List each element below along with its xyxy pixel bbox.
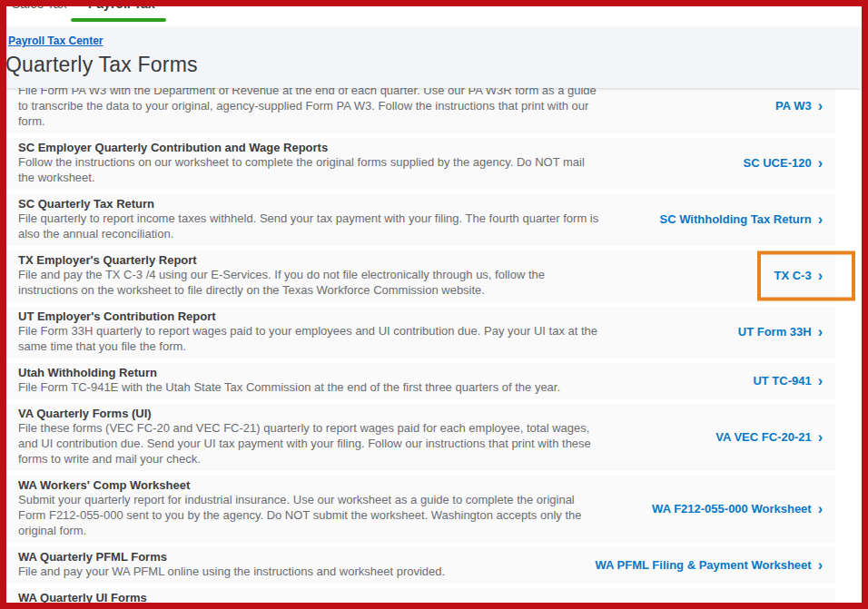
form-title: SC Employer Quarterly Contribution and W… <box>18 141 604 154</box>
quarterly-forms-list: File Form PA W3 with the Department of R… <box>6 80 835 603</box>
form-title: UT Employer's Contribution Report <box>18 309 604 323</box>
breadcrumb: ‹Payroll Tax Center <box>10 34 862 47</box>
form-title: Utah Withholding Return <box>18 366 560 379</box>
page-header: ‹Payroll Tax Center Quarterly Tax Forms <box>6 27 862 88</box>
form-row-ut-33h: UT Employer's Contribution Report File F… <box>6 307 835 359</box>
form-link-label: SC UCE-120 <box>744 156 812 170</box>
form-link-label: TX C-3 <box>774 269 812 282</box>
page-title: Quarterly Tax Forms <box>6 53 862 76</box>
form-title: TX Employer's Quarterly Report <box>18 253 604 267</box>
form-title: WA Quarterly UI Forms <box>18 591 147 603</box>
form-row-va-vec: VA Quarterly Forms (UI) File these forms… <box>6 404 835 471</box>
form-link-label: WA F212-055-000 Worksheet <box>652 502 812 516</box>
form-description: File quarterly to report income taxes wi… <box>18 211 604 241</box>
form-link-wa-pfml-worksheet[interactable]: WA PFML Filing & Payment Worksheet › <box>596 558 824 572</box>
form-row-wa-pfml: WA Quarterly PFML Forms File and pay you… <box>6 547 835 584</box>
chevron-right-icon: › <box>818 270 823 281</box>
chevron-right-icon: › <box>818 431 823 443</box>
chevron-right-icon: › <box>818 326 823 338</box>
form-link-sc-uce-120[interactable]: SC UCE-120 › <box>744 156 824 170</box>
form-row-sc-uce-120: SC Employer Quarterly Contribution and W… <box>6 138 835 190</box>
chevron-right-icon: › <box>818 213 823 225</box>
form-title: WA Quarterly PFML Forms <box>18 550 445 564</box>
tab-sales-tax[interactable]: Sales Tax <box>12 6 66 10</box>
tab-bar: Sales Tax Payroll Tax <box>6 6 862 22</box>
form-title: VA Quarterly Forms (UI) <box>18 407 604 420</box>
form-row-tx-c3: TX Employer's Quarterly Report File and … <box>6 250 835 302</box>
form-link-va-vec-fc-20-21[interactable]: VA VEC FC-20-21 › <box>715 430 824 444</box>
chevron-right-icon: › <box>818 375 823 387</box>
form-link-wa-f212-055-000-worksheet[interactable]: WA F212-055-000 Worksheet › <box>652 502 824 516</box>
form-description: File Form PA W3 with the Department of R… <box>18 83 604 129</box>
form-description: File Form TC-941E with the Utah State Ta… <box>18 379 560 395</box>
page: Sales Tax Payroll Tax ‹Payroll Tax Cente… <box>6 6 862 603</box>
form-description: File these forms (VEC FC-20 and VEC FC-2… <box>18 420 604 467</box>
form-description: File and pay your WA PFML online using t… <box>18 564 445 579</box>
active-tab-underline <box>71 18 166 22</box>
form-link-label: WA PFML Filing & Payment Worksheet <box>596 558 812 572</box>
form-title: SC Quarterly Tax Return <box>18 197 604 211</box>
form-row-wa-ui: WA Quarterly UI Forms <box>6 588 835 603</box>
form-link-label: VA VEC FC-20-21 <box>715 430 811 444</box>
form-link-ut-form-33h[interactable]: UT Form 33H › <box>738 325 824 339</box>
form-link-tx-c3[interactable]: TX C-3 › <box>774 269 825 282</box>
screenshot-frame: Sales Tax Payroll Tax ‹Payroll Tax Cente… <box>0 0 868 609</box>
form-row-ut-tc941: Utah Withholding Return File Form TC-941… <box>6 363 835 399</box>
breadcrumb-payroll-tax-center-link[interactable]: Payroll Tax Center <box>8 34 103 47</box>
form-link-label: UT TC-941 <box>753 374 811 388</box>
form-description: Submit your quarterly report for industr… <box>18 492 604 538</box>
form-row-sc-withholding: SC Quarterly Tax Return File quarterly t… <box>6 194 835 246</box>
chevron-right-icon: › <box>818 157 823 169</box>
form-link-label: SC Withholding Tax Return <box>659 212 811 226</box>
form-link-sc-withholding-tax-return[interactable]: SC Withholding Tax Return › <box>659 212 824 226</box>
tab-payroll-tax[interactable]: Payroll Tax <box>88 6 155 10</box>
form-link-label: UT Form 33H <box>738 325 812 339</box>
chevron-right-icon: › <box>818 559 823 571</box>
form-description: Follow the instructions on our worksheet… <box>18 154 604 185</box>
form-link-label: PA W3 <box>775 99 812 113</box>
form-description: File Form 33H quarterly to report wages … <box>18 323 604 354</box>
chevron-right-icon: › <box>818 503 823 515</box>
form-row-wa-f212: WA Workers' Comp Worksheet Submit your q… <box>6 476 835 543</box>
form-description: File and pay the TX C-3 /4 using our E-S… <box>18 267 604 298</box>
form-title: WA Workers' Comp Worksheet <box>18 478 604 492</box>
chevron-right-icon: › <box>818 100 823 112</box>
form-link-pa-w3[interactable]: PA W3 › <box>775 99 824 113</box>
form-link-ut-tc-941[interactable]: UT TC-941 › <box>753 374 824 388</box>
